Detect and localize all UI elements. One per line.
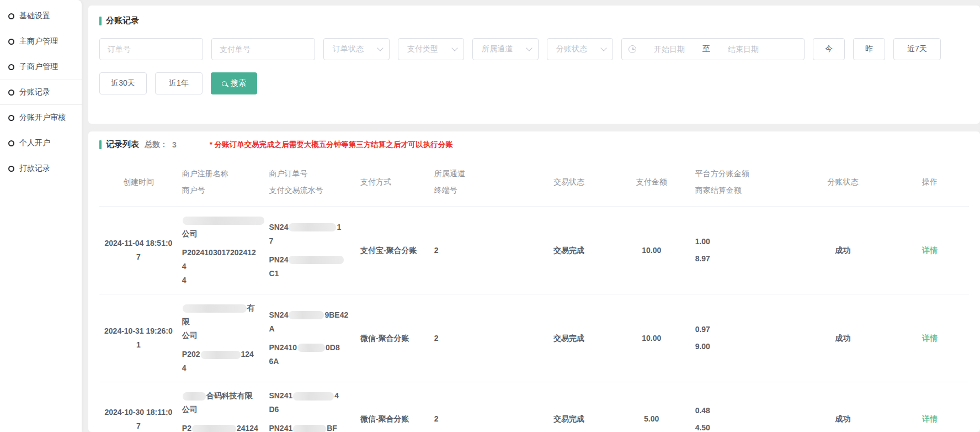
column-header: 分账状态	[795, 157, 891, 207]
cell-text: 2	[434, 414, 439, 423]
sidebar-item-label: 分账开户审核	[19, 113, 66, 123]
record-list-panel: 记录列表 总数： 3 * 分账订单交易完成之后需要大概五分钟等第三方结算之后才可…	[88, 131, 980, 432]
cell-text: SN241	[269, 391, 292, 400]
cell-text: A	[269, 324, 274, 333]
circle-icon	[8, 166, 14, 172]
circle-icon	[8, 64, 14, 70]
chevron-down-icon	[526, 45, 532, 51]
cell-text: 交易完成	[553, 334, 584, 343]
table-cell: 公司P202410301720241244	[178, 207, 265, 294]
table-row: 2024-10-31 19:26:01有限公司P2021244SN249BE42…	[99, 294, 969, 382]
cell-text: P202	[182, 350, 200, 359]
sidebar-item-split-records[interactable]: 分账记录	[0, 80, 82, 105]
select-placeholder: 所属通道	[482, 44, 513, 54]
cell-text: 1.00	[695, 237, 710, 246]
search-button-label: 搜索	[231, 78, 246, 88]
today-button[interactable]: 今	[813, 38, 845, 60]
redacted-text	[289, 256, 344, 264]
cell-text: 2024-11-04 18:51:07	[104, 239, 172, 261]
table-cell: SN2414D6PN241BF01	[264, 382, 355, 432]
redacted-text	[297, 344, 325, 352]
table-row: 2024-10-30 18:11:07合码科技有限公司P2241244SN241…	[99, 382, 969, 432]
detail-link[interactable]: 详情	[922, 414, 938, 423]
filter-panel: 分账记录 订单状态 支付类型 所属通道 分账状态	[88, 6, 980, 124]
circle-icon	[8, 13, 14, 19]
cell-text: 10.00	[642, 334, 661, 343]
last-30-days-button[interactable]: 近30天	[99, 72, 147, 94]
cell-text: PN2410	[269, 343, 297, 352]
column-header: 所属通道终端号	[430, 157, 525, 207]
table-cell: 2	[430, 207, 525, 294]
table-cell: 交易完成	[525, 382, 612, 432]
sidebar-item-main-merchant[interactable]: 主商户管理	[0, 29, 82, 54]
records-table: 创建时间商户注册名称商户号商户订单号支付交易流水号支付方式所属通道终端号交易状态…	[99, 157, 969, 432]
total-label: 总数：	[145, 140, 168, 150]
sidebar-item-label: 打款记录	[19, 164, 50, 173]
detail-link[interactable]: 详情	[922, 246, 938, 255]
column-header: 操作	[891, 157, 969, 207]
cell-text: 支付宝-聚合分账	[360, 246, 417, 255]
sidebar-item-personal-account[interactable]: 个人开户	[0, 130, 82, 156]
column-header: 平台方分账金额商家结算金额	[691, 157, 795, 207]
column-header: 支付方式	[356, 157, 430, 207]
cell-text: 9.00	[695, 342, 710, 351]
cell-text: P2	[182, 424, 191, 432]
redacted-text	[183, 217, 264, 225]
select-placeholder: 订单状态	[333, 44, 364, 54]
table-cell: 成功	[795, 207, 891, 294]
table-cell: 有限公司P2021244	[178, 294, 265, 382]
cell-text: D6	[269, 405, 279, 414]
panel-title: 分账记录	[99, 15, 969, 26]
payment-type-select[interactable]: 支付类型	[398, 38, 464, 60]
table-cell: 合码科技有限公司P2241244	[178, 382, 265, 432]
table-cell: 10.00	[612, 294, 691, 382]
sidebar-item-split-account-review[interactable]: 分账开户审核	[0, 105, 82, 130]
sidebar-item-sub-merchant[interactable]: 子商户管理	[0, 54, 82, 80]
table-cell: 0.979.00	[691, 294, 795, 382]
sidebar-item-basic-settings[interactable]: 基础设置	[0, 3, 82, 29]
cell-text: 成功	[835, 414, 850, 423]
sidebar-item-label: 基础设置	[19, 11, 50, 21]
cell-text: C1	[269, 269, 279, 278]
sidebar-item-label: 子商户管理	[19, 62, 58, 72]
table-cell: 2024-10-30 18:11:07	[99, 382, 178, 432]
table-cell: 1.008.97	[691, 207, 795, 294]
last-7-days-button[interactable]: 近7天	[893, 38, 941, 60]
cell-text: 10.00	[642, 246, 661, 255]
yesterday-button[interactable]: 昨	[853, 38, 885, 60]
redacted-text	[289, 311, 324, 319]
redacted-text	[293, 392, 334, 401]
redacted-text	[183, 392, 206, 401]
table-cell: 交易完成	[525, 294, 612, 382]
circle-icon	[8, 140, 14, 146]
select-placeholder: 分账状态	[556, 44, 587, 54]
sidebar: 基础设置 主商户管理 子商户管理 分账记录 分账开户审核 个人开户 打款记录	[0, 0, 82, 432]
order-status-select[interactable]: 订单状态	[323, 38, 390, 60]
redacted-text	[192, 425, 236, 432]
column-header: 交易状态	[525, 157, 612, 207]
payment-no-input[interactable]	[211, 38, 315, 60]
cell-text: 1	[337, 223, 341, 231]
cell-text: 公司	[182, 405, 198, 414]
circle-icon	[8, 89, 14, 96]
table-cell: 交易完成	[525, 207, 612, 294]
table-cell: 2	[430, 382, 525, 432]
start-date-input[interactable]	[640, 45, 699, 54]
order-no-input[interactable]	[99, 38, 203, 60]
table-cell: 详情	[891, 382, 969, 432]
search-button[interactable]: 搜索	[211, 72, 257, 94]
table-cell: 0.484.50	[691, 382, 795, 432]
cell-text: 24124	[237, 424, 258, 432]
last-1-year-button[interactable]: 近1年	[155, 72, 203, 94]
cell-text: 5.00	[644, 414, 659, 423]
table-cell: 成功	[795, 382, 891, 432]
channel-select[interactable]: 所属通道	[472, 38, 539, 60]
sidebar-item-payment-records[interactable]: 打款记录	[0, 156, 82, 181]
search-icon	[222, 81, 227, 86]
split-status-select[interactable]: 分账状态	[547, 38, 613, 60]
list-title: 记录列表	[106, 139, 139, 150]
end-date-input[interactable]	[713, 45, 773, 54]
detail-link[interactable]: 详情	[922, 334, 938, 343]
main-content: 分账记录 订单状态 支付类型 所属通道 分账状态	[82, 0, 980, 432]
date-range-picker[interactable]: 至	[621, 38, 805, 60]
